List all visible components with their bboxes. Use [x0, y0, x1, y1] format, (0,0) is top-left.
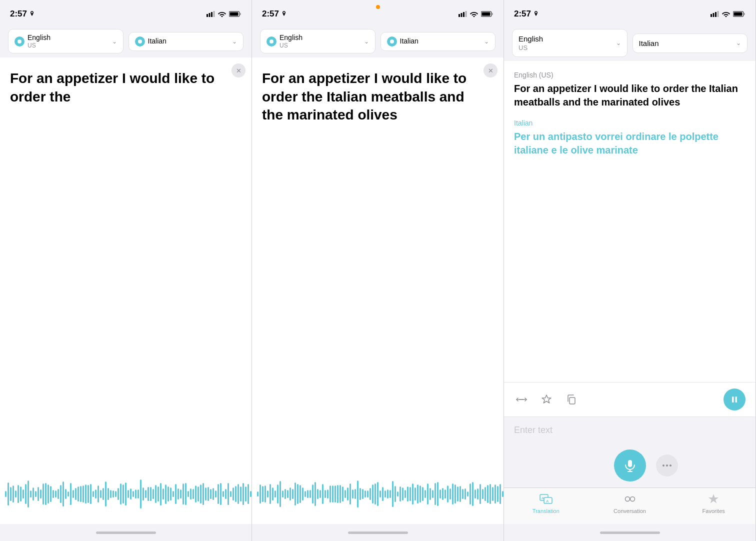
battery-icon: [481, 11, 494, 17]
translation-tab-icon: A A: [539, 492, 553, 506]
svg-rect-7: [461, 13, 462, 17]
lang-dot-4: [387, 36, 397, 46]
svg-rect-6: [458, 14, 460, 17]
svg-rect-18: [570, 398, 575, 404]
action-bar: [504, 382, 756, 416]
location-icon: [29, 11, 35, 17]
content-area-2: ✕ For an appetizer I would like to order…: [252, 58, 504, 524]
swap-icon[interactable]: [514, 392, 529, 407]
svg-rect-12: [710, 14, 712, 17]
text-input-area[interactable]: Enter text: [504, 416, 756, 444]
svg-rect-11: [482, 12, 490, 16]
chevron-down-icon: ⌄: [484, 38, 489, 45]
wifi-icon: [218, 11, 226, 17]
svg-text:A: A: [546, 499, 549, 504]
transcript-text-1: For an appetizer I would like to order t…: [10, 70, 242, 106]
svg-rect-19: [732, 396, 734, 402]
lang-btn-italian-3[interactable]: Italian ⌄: [632, 34, 748, 53]
svg-point-32: [630, 497, 634, 502]
svg-rect-13: [713, 13, 714, 17]
svg-rect-17: [734, 12, 742, 16]
svg-rect-20: [736, 396, 738, 402]
status-time-2: 2:57: [262, 9, 287, 19]
svg-rect-2: [211, 12, 212, 17]
language-selector-2: English US ⌄ Italian ⌄: [252, 25, 504, 58]
chevron-down-icon: ⌄: [232, 38, 237, 45]
more-button[interactable]: [656, 454, 678, 476]
status-icons-1: [206, 11, 242, 17]
wifi-icon: [722, 11, 730, 17]
svg-rect-15: [718, 11, 719, 17]
translation-lang-label: Italian: [514, 119, 746, 127]
bottom-controls: [504, 444, 756, 488]
svg-rect-1: [209, 13, 210, 17]
phone-screen-2: 2:57: [252, 0, 504, 541]
source-lang-label: English (US): [514, 71, 746, 79]
status-time-1: 2:57: [10, 9, 35, 19]
mic-button[interactable]: [614, 450, 646, 482]
phone-screen-1: 2:57: [0, 0, 252, 541]
battery-icon: [733, 11, 746, 17]
waveform-1: [0, 464, 252, 524]
tab-favorites-label: Favorites: [702, 508, 725, 514]
svg-point-24: [662, 464, 664, 466]
signal-icon: [710, 11, 719, 17]
status-icons-2: [458, 11, 494, 17]
copy-icon[interactable]: [564, 392, 579, 407]
status-icons-3: [710, 11, 746, 17]
svg-rect-9: [466, 11, 467, 17]
location-icon: [533, 11, 539, 17]
close-button-1[interactable]: ✕: [232, 64, 246, 78]
translation-text: Per un antipasto vorrei ordinare le polp…: [514, 130, 746, 157]
signal-icon: [206, 11, 215, 17]
svg-rect-3: [214, 11, 215, 17]
tab-translation-label: Translation: [532, 508, 560, 514]
translation-content: English (US) For an appetizer I would li…: [504, 61, 756, 382]
status-bar-2: 2:57: [252, 0, 504, 25]
location-icon: [281, 11, 287, 17]
tab-bar: A A Translation Conversation: [504, 488, 756, 524]
svg-rect-5: [230, 12, 238, 16]
language-selector-3: English US ⌄ Italian ⌄: [504, 25, 756, 61]
status-bar-1: 2:57: [0, 0, 252, 25]
chevron-down-icon: ⌄: [736, 40, 741, 46]
chevron-down-icon: ⌄: [616, 40, 621, 46]
lang-btn-english-1[interactable]: English US ⌄: [8, 29, 124, 54]
orange-dot-2: [376, 5, 380, 9]
battery-icon: [229, 11, 242, 17]
svg-point-26: [670, 464, 672, 466]
favorites-tab-icon: [706, 492, 720, 506]
transcript-text-2: For an appetizer I would like to order t…: [262, 70, 494, 124]
lang-btn-english-2[interactable]: English US ⌄: [260, 29, 376, 54]
close-button-2[interactable]: ✕: [484, 64, 498, 78]
content-area-1: ✕ For an appetizer I would like to order…: [0, 58, 252, 524]
pause-button[interactable]: [724, 388, 746, 410]
conversation-tab-icon: [623, 492, 637, 506]
language-selector-1: English US ⌄ Italian ⌄: [0, 25, 252, 58]
status-time-3: 2:57: [514, 9, 539, 19]
lang-dot-2: [135, 36, 145, 46]
svg-rect-14: [715, 12, 716, 17]
waveform-2: [252, 464, 504, 524]
lang-btn-italian-2[interactable]: Italian ⌄: [380, 32, 496, 51]
home-indicator-3: [504, 524, 756, 541]
source-text: For an appetizer I would like to order t…: [514, 82, 746, 109]
lang-btn-italian-1[interactable]: Italian ⌄: [128, 32, 244, 51]
tab-conversation-label: Conversation: [614, 508, 646, 514]
signal-icon: [458, 11, 467, 17]
tab-translation[interactable]: A A Translation: [504, 492, 588, 514]
tab-favorites[interactable]: Favorites: [672, 492, 756, 514]
svg-point-25: [666, 464, 668, 466]
tab-conversation[interactable]: Conversation: [588, 492, 672, 514]
lang-dot-3: [266, 36, 276, 46]
star-icon[interactable]: [539, 392, 554, 407]
chevron-down-icon: ⌄: [364, 38, 369, 45]
status-bar-3: 2:57: [504, 0, 756, 25]
chevron-down-icon: ⌄: [112, 38, 117, 45]
phone-screen-3: 2:57: [504, 0, 756, 541]
text-input-placeholder: Enter text: [514, 425, 746, 436]
svg-rect-0: [206, 14, 208, 17]
home-indicator-1: [0, 524, 252, 541]
lang-btn-english-3[interactable]: English US ⌄: [512, 29, 628, 57]
svg-point-31: [625, 497, 630, 502]
